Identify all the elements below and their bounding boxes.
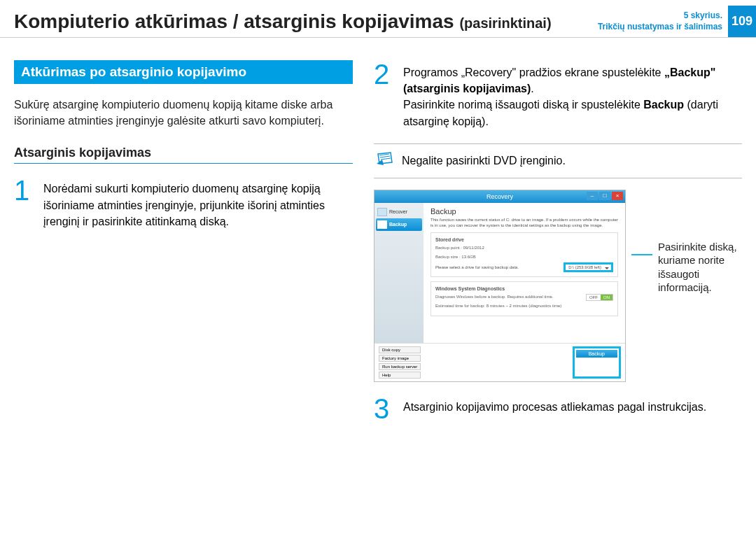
backup-button[interactable]: Backup	[576, 350, 617, 358]
toggle-on: ON	[601, 295, 612, 300]
app-main-title: Backup	[430, 207, 618, 216]
app-sidebar: Recover Backup	[374, 203, 424, 343]
sidebar-item-recover[interactable]: Recover	[376, 206, 422, 218]
chapter-info: 5 skyrius. Trikčių nustatymas ir šalinim…	[598, 10, 722, 32]
chapter-line-2: Trikčių nustatymas ir šalinimas	[598, 22, 722, 33]
app-main: Backup This function saves the current s…	[424, 203, 625, 343]
drive-select-dropdown[interactable]: D:\ (253.9GB left)	[564, 262, 613, 272]
step2-part-d: Pasirinkite norimą išsaugoti diską ir sp…	[403, 99, 643, 111]
step-3: 3 Atsarginio kopijavimo procesas atlieka…	[374, 395, 742, 423]
run-backup-server-button[interactable]: Run backup server	[379, 363, 421, 370]
app-description: This function saves the current status o…	[430, 218, 618, 229]
step-number-3: 3	[374, 395, 396, 423]
page-title: Kompiuterio atkūrimas / atsarginis kopij…	[14, 10, 552, 33]
backup-size: Backup size : 13.6GB	[435, 254, 613, 260]
window-controls: – □ ×	[587, 192, 623, 200]
step-3-text: Atsarginio kopijavimo procesas atliekama…	[403, 395, 706, 423]
panel-title-diag: Windows System Diagnostics	[435, 286, 613, 291]
sidebar-item-backup[interactable]: Backup	[376, 218, 422, 231]
left-column: Atkūrimas po atsarginio kopijavimo Sukūr…	[14, 60, 353, 437]
diagnostics-toggle[interactable]: OFF ON	[586, 294, 613, 301]
stored-drive-panel: Stored drive Backup point : 09/11/2012 B…	[430, 232, 618, 277]
recover-icon	[377, 208, 387, 216]
section-heading: Atkūrimas po atsarginio kopijavimo	[14, 60, 353, 84]
recovery-app-window: Recovery – □ × Recover	[374, 190, 626, 382]
minimize-button[interactable]: –	[587, 192, 598, 200]
title-sub: (pasirinktinai)	[459, 15, 551, 31]
app-titlebar: Recovery – □ ×	[374, 190, 625, 203]
factory-image-button[interactable]: Factory image	[379, 355, 421, 362]
drive-row: Please select a drive for saving backup …	[435, 262, 613, 272]
right-column: 2 Programos „Recovery" pradžios ekrane s…	[374, 60, 742, 437]
maximize-button[interactable]: □	[599, 192, 610, 200]
app-screenshot-wrap: Recovery – □ × Recover	[374, 190, 742, 382]
step-2: 2 Programos „Recovery" pradžios ekrane s…	[374, 60, 742, 129]
diagnostics-panel: Windows System Diagnostics OFF ON Diagno…	[430, 281, 618, 316]
app-footer: Disk copy Factory image Run backup serve…	[374, 343, 625, 381]
subheading: Atsarginis kopijavimas	[14, 146, 353, 164]
backup-point: Backup point : 09/11/2012	[435, 245, 613, 251]
backup-icon	[377, 220, 387, 229]
callout-connector	[631, 254, 652, 255]
sidebar-recover-label: Recover	[389, 209, 407, 214]
close-button[interactable]: ×	[612, 192, 623, 200]
disk-copy-button[interactable]: Disk copy	[379, 346, 421, 353]
page-header: Kompiuterio atkūrimas / atsarginis kopij…	[0, 0, 756, 38]
app-body: Recover Backup Backup This function save…	[374, 203, 625, 343]
content: Atkūrimas po atsarginio kopijavimo Sukūr…	[0, 38, 756, 437]
step2-bold-2: Backup	[643, 99, 684, 111]
header-right: 5 skyrius. Trikčių nustatymas ir šalinim…	[598, 6, 756, 37]
diag-time: Estimated time for backup: 8 minutes ~ 2…	[435, 303, 613, 309]
chapter-line-1: 5 skyrius.	[598, 10, 722, 22]
step-1-text: Norėdami sukurti kompiuterio duomenų ats…	[43, 176, 353, 230]
note-box: Negalite pasirinkti DVD įrenginio.	[374, 143, 742, 178]
footer-left: Disk copy Factory image Run backup serve…	[379, 346, 421, 379]
step-1: 1 Norėdami sukurti kompiuterio duomenų a…	[14, 176, 353, 230]
step2-part-a: Programos „Recovery" pradžios ekrane spu…	[403, 66, 664, 78]
page-number: 109	[728, 6, 756, 37]
app-title: Recovery	[486, 193, 513, 200]
panel-title-stored: Stored drive	[435, 237, 613, 242]
backup-button-highlight: Backup	[573, 346, 621, 379]
drive-select-label: Please select a drive for saving backup …	[435, 265, 519, 269]
step2-part-c: .	[531, 83, 533, 94]
step-number-1: 1	[14, 176, 36, 230]
note-icon	[377, 151, 395, 171]
step-2-text: Programos „Recovery" pradžios ekrane spu…	[403, 60, 742, 129]
toggle-off: OFF	[587, 295, 601, 300]
sidebar-backup-label: Backup	[389, 222, 407, 227]
note-text: Negalite pasirinkti DVD įrenginio.	[402, 155, 566, 167]
callout-text: Pasirinkite diską, kuriame norite išsaug…	[658, 240, 742, 295]
step-number-2: 2	[374, 60, 396, 129]
title-main: Kompiuterio atkūrimas / atsarginis kopij…	[14, 10, 454, 32]
help-button[interactable]: Help	[379, 372, 421, 379]
intro-paragraph: Sukūrę atsarginę kompiuterio duomenų kop…	[14, 97, 353, 129]
